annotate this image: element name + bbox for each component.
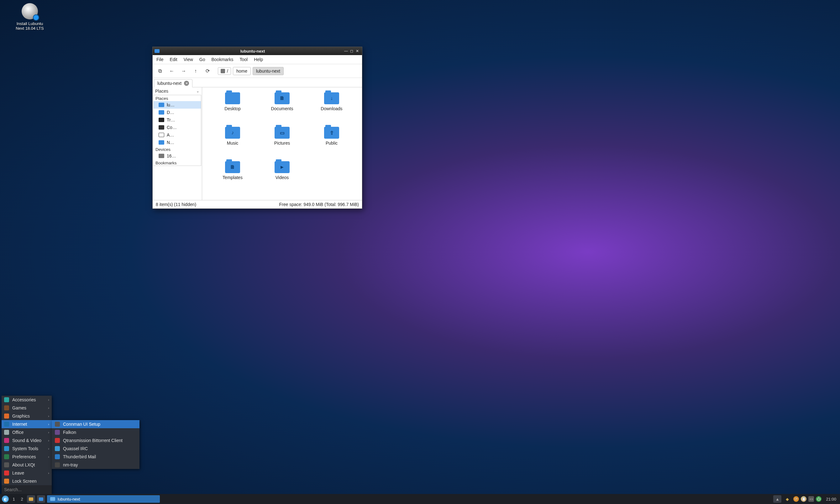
app-icon: [55, 438, 60, 443]
desktop-shortcut-install[interactable]: Install Lubuntu Next 18.04 LTS: [10, 3, 50, 31]
menu-category-accessories[interactable]: Accessories›: [2, 396, 52, 404]
tray-display-icon[interactable]: ▭: [808, 496, 814, 502]
app-icon: [55, 454, 60, 459]
folder-videos[interactable]: ►Videos: [257, 159, 307, 194]
folder-templates[interactable]: 🗎Templates: [208, 159, 257, 194]
menu-file[interactable]: File: [156, 57, 164, 62]
window-title: lubuntu-next: [162, 49, 343, 54]
tab-bar: lubuntu-next ✕: [153, 78, 362, 87]
submenu-item-thunderbird-mail[interactable]: Thunderbird Mail: [52, 453, 139, 461]
folder-pictures[interactable]: ▭Pictures: [257, 125, 307, 159]
tray-power-icon[interactable]: ⏻: [816, 496, 822, 502]
folder-icon: 🗎: [225, 161, 240, 173]
submenu-item-connman-ui-setup[interactable]: Connman UI Setup: [52, 420, 139, 428]
reload-icon[interactable]: ⟳: [203, 67, 211, 75]
sidebar-item-applications[interactable]: A…: [154, 131, 201, 139]
clock[interactable]: 21:00: [826, 497, 836, 502]
menu-category-office[interactable]: Office›: [2, 428, 52, 436]
disk-icon: [221, 69, 225, 73]
sidebar-item-network[interactable]: N…: [154, 139, 201, 146]
quicklaunch-browser[interactable]: [37, 495, 45, 503]
menu-category-lock-screen[interactable]: Lock Screen: [2, 477, 52, 485]
menu-category-graphics[interactable]: Graphics›: [2, 412, 52, 420]
up-icon[interactable]: ↑: [191, 67, 200, 75]
folder-downloads[interactable]: ↓Downloads: [307, 90, 356, 125]
quicklaunch-filemanager[interactable]: [27, 495, 35, 503]
status-items: 8 item(s) (11 hidden): [156, 202, 196, 207]
category-icon: [4, 414, 9, 418]
tab-lubuntu-next[interactable]: lubuntu-next ✕: [154, 79, 192, 87]
minimize-button[interactable]: —: [343, 49, 349, 53]
folder-music[interactable]: ♪Music: [208, 125, 257, 159]
folder-icon: ►: [275, 161, 290, 173]
back-icon[interactable]: ←: [168, 67, 176, 75]
category-label: Games: [12, 406, 26, 410]
keyboard-indicator[interactable]: ◆: [783, 495, 791, 503]
path-root-label: /: [227, 69, 228, 74]
submenu-item-falkon[interactable]: Falkon: [52, 428, 139, 436]
menu-category-preferences[interactable]: Preferences›: [2, 453, 52, 461]
folder-label: Downloads: [321, 106, 342, 111]
folder-documents[interactable]: 🗎Documents: [257, 90, 307, 125]
tray-clipboard-icon[interactable]: 📋: [801, 496, 806, 502]
menu-category-about-lxqt[interactable]: About LXQt: [2, 461, 52, 469]
desktop-switch-1[interactable]: 1: [11, 497, 17, 502]
tab-close-icon[interactable]: ✕: [184, 81, 189, 86]
new-tab-icon[interactable]: ⧉: [156, 67, 164, 75]
folder-desktop[interactable]: Desktop: [208, 90, 257, 125]
maximize-button[interactable]: ◻: [349, 49, 355, 53]
menu-help[interactable]: Help: [254, 57, 263, 62]
tab-label: lubuntu-next: [157, 81, 182, 86]
sidebar-item-trash[interactable]: Tr…: [154, 116, 201, 124]
menu-category-system-tools[interactable]: System Tools›: [2, 445, 52, 453]
sidebar-item-desktop[interactable]: D…: [154, 109, 201, 116]
computer-icon: [159, 125, 164, 130]
path-root[interactable]: /: [218, 67, 231, 75]
menu-view[interactable]: View: [184, 57, 193, 62]
folder-icon: [50, 497, 55, 501]
chevron-right-icon: ›: [48, 422, 49, 426]
menu-bookmarks[interactable]: Bookmarks: [211, 57, 233, 62]
menu-search-input[interactable]: [2, 485, 52, 494]
submenu-item-quassel-irc[interactable]: Quassel IRC: [52, 445, 139, 453]
folder-icon: [225, 92, 240, 104]
submenu-item-qtransmission-bittorrent-client[interactable]: Qtransmission Bittorrent Client: [52, 436, 139, 445]
titlebar[interactable]: lubuntu-next — ◻ ✕: [153, 47, 362, 55]
menu-category-sound-video[interactable]: Sound & Video›: [2, 436, 52, 445]
sidebar-item-home[interactable]: lu…: [154, 101, 201, 109]
category-label: About LXQt: [12, 462, 35, 467]
submenu-item-label: Qtransmission Bittorrent Client: [63, 438, 123, 443]
sidebar-item-computer[interactable]: Co…: [154, 124, 201, 131]
menu-category-internet[interactable]: Internet›: [2, 420, 52, 428]
sidebar-item-volume[interactable]: 16…: [154, 152, 201, 160]
sidebar-item-label: Co…: [167, 125, 177, 130]
start-button[interactable]: ◐: [2, 496, 9, 502]
desktop-switch-2[interactable]: 2: [19, 497, 25, 502]
category-icon: [4, 397, 9, 402]
menu-category-games[interactable]: Games›: [2, 404, 52, 412]
sidebar-group-devices: Devices: [154, 146, 201, 152]
submenu-item-nm-tray[interactable]: nm-tray: [52, 461, 139, 469]
sidebar-header[interactable]: Places ⌄: [153, 87, 202, 95]
menu-edit[interactable]: Edit: [170, 57, 177, 62]
path-home[interactable]: home: [233, 67, 251, 75]
close-button[interactable]: ✕: [355, 49, 360, 53]
show-desktop-button[interactable]: ▲: [773, 495, 782, 503]
folder-public[interactable]: ⇧Public: [307, 125, 356, 159]
app-icon: [39, 498, 43, 501]
panel: ◐ 1 2 lubuntu-next ▲ ◆ ⟳ 📋 ▭ ⏻ 21:00: [0, 494, 840, 504]
menu-go[interactable]: Go: [199, 57, 205, 62]
forward-icon[interactable]: →: [179, 67, 188, 75]
menu-category-leave[interactable]: Leave›: [2, 469, 52, 477]
folder-label: Documents: [271, 106, 293, 111]
folder-label: Public: [326, 141, 338, 146]
folder-grid[interactable]: Desktop🗎Documents↓Downloads♪Music▭Pictur…: [202, 87, 362, 200]
path-current[interactable]: lubuntu-next: [253, 67, 284, 75]
disc-icon: [22, 3, 38, 19]
submenu-item-label: Quassel IRC: [63, 446, 88, 451]
sidebar-item-label: A…: [167, 132, 174, 138]
taskbar-task-filemanager[interactable]: lubuntu-next: [47, 495, 160, 503]
menu-tool[interactable]: Tool: [240, 57, 248, 62]
category-icon: [4, 438, 9, 443]
tray-updater-icon[interactable]: ⟳: [793, 496, 799, 502]
